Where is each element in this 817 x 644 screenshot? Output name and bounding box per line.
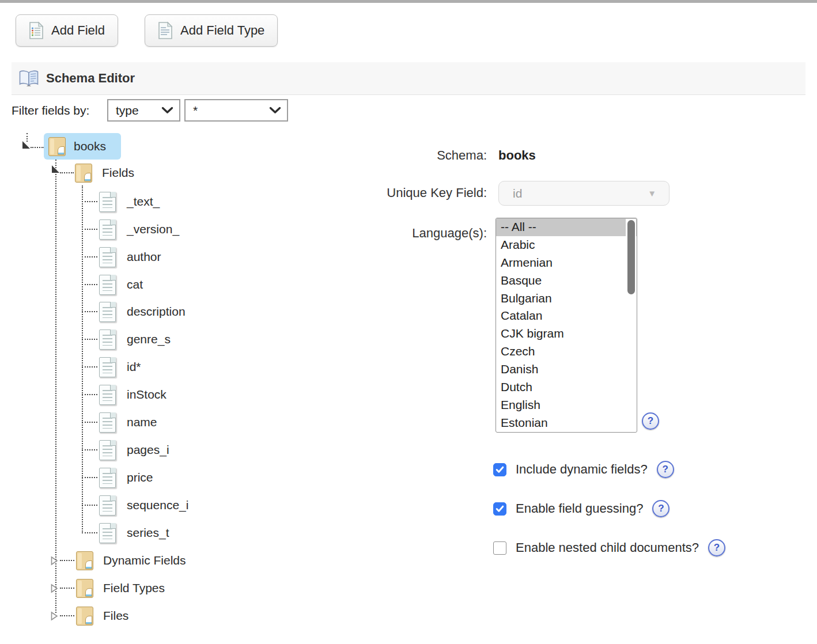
tree-connector — [82, 284, 97, 285]
document-icon — [99, 468, 116, 488]
language-option[interactable]: Arabic — [496, 236, 637, 254]
document-icon — [99, 440, 116, 460]
tree-field-row[interactable]: description — [82, 298, 186, 325]
tree-connector — [82, 477, 97, 478]
include-dynamic-fields-row: Include dynamic fields? ? — [493, 461, 674, 478]
tree-connector — [82, 532, 97, 533]
tree-field-row[interactable]: price — [82, 464, 153, 491]
document-icon — [99, 385, 116, 405]
collapsed-arrow-icon[interactable] — [51, 556, 58, 566]
document-icon — [99, 275, 116, 295]
tree-field-label: id* — [127, 360, 141, 374]
top-border — [0, 0, 817, 3]
tree-field-label: genre_s — [127, 332, 171, 346]
tree-node-fields[interactable]: Fields — [75, 160, 134, 186]
tree-field-row[interactable]: name — [82, 409, 157, 435]
tree-connector — [82, 256, 97, 257]
tree-connector — [82, 339, 97, 340]
tree-field-label: sequence_i — [127, 498, 188, 512]
add-field-button[interactable]: Add Field — [16, 14, 118, 47]
page-title: Schema Editor — [46, 71, 135, 86]
folder-icon — [76, 607, 93, 626]
help-icon[interactable]: ? — [652, 500, 670, 517]
tree-field-row[interactable]: _version_ — [82, 216, 179, 243]
language-option[interactable]: CJK bigram — [496, 325, 637, 343]
language-option[interactable]: Czech — [496, 343, 637, 361]
tree-field-label: price — [127, 471, 153, 484]
tree-node-label: Fields — [102, 166, 134, 180]
filter-pattern-value: * — [193, 104, 198, 118]
include-dynamic-fields-checkbox[interactable] — [493, 463, 506, 476]
tree-field-row[interactable]: cat — [82, 271, 143, 298]
checkbox-label: Enable nested child documents? — [516, 540, 699, 555]
tree-field-row[interactable]: sequence_i — [82, 492, 188, 518]
tree-node-label: books — [74, 139, 106, 153]
tree-connector — [82, 229, 97, 230]
help-icon[interactable]: ? — [657, 461, 674, 478]
unique-key-value: id — [513, 187, 522, 200]
tree-field-label: _version_ — [127, 222, 179, 236]
enable-nested-child-documents-checkbox[interactable] — [493, 541, 506, 555]
language-option[interactable]: Estonian — [496, 414, 637, 432]
document-icon — [99, 412, 116, 433]
tree-field-row[interactable]: id* — [82, 354, 141, 380]
schema-label: Schema: — [314, 148, 487, 163]
unique-key-select[interactable]: id ▼ — [498, 181, 670, 206]
language-option[interactable]: English — [496, 396, 637, 414]
tree-field-label: name — [127, 415, 157, 429]
tree-connector — [82, 449, 97, 450]
document-icon — [99, 523, 116, 543]
open-book-icon — [18, 70, 39, 87]
document-icon — [99, 247, 116, 267]
tree-field-label: description — [127, 305, 186, 319]
tree-node-field-types[interactable]: Field Types — [51, 575, 165, 601]
checkmark-icon — [496, 466, 504, 473]
tree-node-dynamic-fields[interactable]: Dynamic Fields — [51, 547, 186, 574]
tree-connector — [55, 160, 56, 613]
tree-connector — [82, 366, 97, 368]
document-text-icon — [158, 21, 173, 40]
filter-pattern-select[interactable]: * — [184, 99, 288, 122]
tree-field-row[interactable]: pages_i — [82, 437, 169, 463]
expanded-arrow-icon[interactable] — [52, 165, 59, 173]
tree-field-row[interactable]: author — [82, 244, 161, 270]
enable-field-guessing-checkbox[interactable] — [493, 502, 506, 516]
tree-connector — [82, 505, 97, 506]
tree-field-row[interactable]: series_t — [82, 520, 169, 546]
checkmark-icon — [496, 505, 504, 513]
language-option[interactable]: Basque — [496, 272, 637, 290]
document-list-icon — [29, 21, 44, 40]
tree-node-books[interactable]: books — [44, 133, 121, 160]
language-option[interactable]: Dutch — [496, 378, 637, 396]
language-option[interactable]: Danish — [496, 361, 637, 378]
folder-icon — [75, 164, 92, 183]
languages-label: Language(s): — [314, 226, 487, 241]
schema-editor-screen: Add Field Add Field Type Schema Editor F… — [0, 0, 817, 644]
tree-connector — [60, 588, 74, 589]
filter-by-select[interactable]: type — [107, 99, 180, 122]
add-field-type-button[interactable]: Add Field Type — [145, 14, 278, 47]
collapsed-arrow-icon[interactable] — [51, 584, 58, 593]
language-option[interactable]: -- All -- — [496, 218, 637, 236]
document-icon — [99, 357, 116, 377]
language-option[interactable]: Catalan — [496, 307, 637, 325]
collapsed-arrow-icon[interactable] — [51, 611, 58, 621]
filter-fields-label: Filter fields by: — [12, 104, 89, 118]
tree-node-label: Files — [103, 609, 128, 623]
tree-field-row[interactable]: _text_ — [82, 188, 160, 215]
scrollbar-thumb[interactable] — [627, 220, 635, 294]
document-icon — [99, 219, 116, 240]
tree-field-row[interactable]: genre_s — [82, 326, 171, 353]
tree-node-files[interactable]: Files — [51, 603, 128, 629]
tree-connector — [82, 394, 97, 395]
tree-connector — [60, 560, 74, 561]
languages-listbox[interactable]: -- All -- Arabic Armenian Basque Bulgari… — [496, 218, 637, 433]
tree-field-label: inStock — [127, 388, 167, 401]
language-option[interactable]: Bulgarian — [496, 290, 637, 308]
language-option[interactable]: Armenian — [496, 254, 637, 272]
expanded-arrow-icon[interactable] — [22, 141, 30, 149]
help-icon[interactable]: ? — [708, 539, 725, 556]
help-icon[interactable]: ? — [642, 412, 659, 430]
tree-field-row[interactable]: inStock — [82, 381, 167, 408]
schema-value: books — [498, 148, 536, 163]
